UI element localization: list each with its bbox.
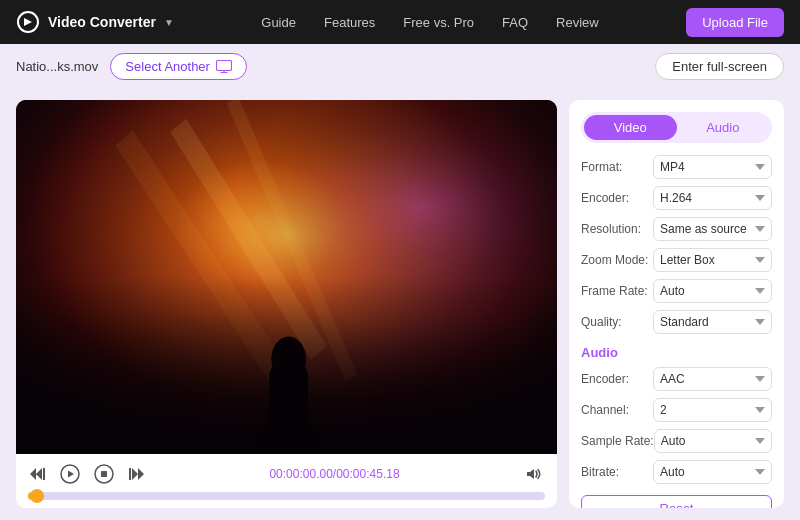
monitor-icon xyxy=(216,60,232,73)
svg-rect-13 xyxy=(101,471,107,477)
settings-panel: Video Audio Format: MP4MOVAVIMKV Encoder… xyxy=(569,100,784,508)
svg-point-10 xyxy=(271,336,306,382)
framerate-label: Frame Rate: xyxy=(581,284,653,298)
select-another-label: Select Another xyxy=(125,59,210,74)
resolution-label: Resolution: xyxy=(581,222,653,236)
encoder-label: Encoder: xyxy=(581,191,653,205)
setting-quality: Quality: StandardHighLow xyxy=(581,310,772,334)
play-button[interactable] xyxy=(58,462,82,486)
select-another-button[interactable]: Select Another xyxy=(110,53,247,80)
setting-zoom: Zoom Mode: Letter BoxCropStretch xyxy=(581,248,772,272)
logo-text: Video Converter xyxy=(48,14,156,30)
progress-handle[interactable] xyxy=(30,489,44,503)
progress-bar[interactable] xyxy=(28,492,545,500)
play-icon xyxy=(60,464,80,484)
video-controls: 00:00:00.00/00:00:45.18 xyxy=(16,454,557,508)
header: Video Converter ▼ Guide Features Free vs… xyxy=(0,0,800,44)
samplerate-label: Sample Rate: xyxy=(581,434,654,448)
settings-tabs: Video Audio xyxy=(581,112,772,143)
encoder-select[interactable]: H.264H.265VP9 xyxy=(653,186,772,210)
subheader: Natio...ks.mov Select Another Enter full… xyxy=(0,44,800,88)
logo-dropdown-arrow: ▼ xyxy=(164,17,174,28)
setting-samplerate: Sample Rate: Auto4410048000 xyxy=(581,429,772,453)
video-panel: 00:00:00.00/00:00:45.18 xyxy=(16,100,557,508)
upload-file-button[interactable]: Upload File xyxy=(686,8,784,37)
quality-label: Quality: xyxy=(581,315,653,329)
audio-section-title: Audio xyxy=(581,345,772,360)
nav: Guide Features Free vs. Pro FAQ Review xyxy=(206,15,654,30)
video-rays xyxy=(16,100,557,454)
resolution-select[interactable]: Same as source1080p720p480p xyxy=(653,217,772,241)
nav-faq[interactable]: FAQ xyxy=(502,15,528,30)
logo-icon xyxy=(16,10,40,34)
video-settings: Format: MP4MOVAVIMKV Encoder: H.264H.265… xyxy=(581,155,772,341)
audio-encoder-select[interactable]: AACMP3FLAC xyxy=(653,367,772,391)
reset-button[interactable]: Reset xyxy=(581,495,772,508)
setting-resolution: Resolution: Same as source1080p720p480p xyxy=(581,217,772,241)
forward-icon xyxy=(128,467,144,481)
stop-icon xyxy=(94,464,114,484)
setting-channel: Channel: 216 xyxy=(581,398,772,422)
controls-row: 00:00:00.00/00:00:45.18 xyxy=(28,462,545,486)
setting-encoder: Encoder: H.264H.265VP9 xyxy=(581,186,772,210)
main-content: 00:00:00.00/00:00:45.18 Video Audio xyxy=(0,88,800,520)
file-name: Natio...ks.mov xyxy=(16,59,98,74)
nav-guide[interactable]: Guide xyxy=(261,15,296,30)
format-label: Format: xyxy=(581,160,653,174)
channel-select[interactable]: 216 xyxy=(653,398,772,422)
setting-bitrate: Bitrate: Auto128k256k320k xyxy=(581,460,772,484)
framerate-select[interactable]: Auto243060 xyxy=(653,279,772,303)
nav-review[interactable]: Review xyxy=(556,15,599,30)
audio-encoder-label: Encoder: xyxy=(581,372,653,386)
video-preview xyxy=(16,100,557,454)
rewind-icon xyxy=(30,467,46,481)
zoom-select[interactable]: Letter BoxCropStretch xyxy=(653,248,772,272)
bitrate-select[interactable]: Auto128k256k320k xyxy=(653,460,772,484)
volume-button[interactable] xyxy=(523,465,545,483)
nav-free-pro[interactable]: Free vs. Pro xyxy=(403,15,474,30)
current-time: 00:00:00.00 xyxy=(269,467,332,481)
total-time: 00:00:45.18 xyxy=(336,467,399,481)
audio-settings: Encoder: AACMP3FLAC Channel: 216 Sample … xyxy=(581,367,772,491)
tab-audio[interactable]: Audio xyxy=(677,115,770,140)
fullscreen-button[interactable]: Enter full-screen xyxy=(655,53,784,80)
nav-features[interactable]: Features xyxy=(324,15,375,30)
setting-framerate: Frame Rate: Auto243060 xyxy=(581,279,772,303)
stop-button[interactable] xyxy=(92,462,116,486)
forward-button[interactable] xyxy=(126,465,146,483)
tab-video[interactable]: Video xyxy=(584,115,677,140)
svg-rect-1 xyxy=(216,60,231,70)
setting-audio-encoder: Encoder: AACMP3FLAC xyxy=(581,367,772,391)
zoom-label: Zoom Mode: xyxy=(581,253,653,267)
time-display: 00:00:00.00/00:00:45.18 xyxy=(156,467,513,481)
logo[interactable]: Video Converter ▼ xyxy=(16,10,174,34)
quality-select[interactable]: StandardHighLow xyxy=(653,310,772,334)
volume-icon xyxy=(525,467,543,481)
video-background xyxy=(16,100,557,454)
format-select[interactable]: MP4MOVAVIMKV xyxy=(653,155,772,179)
channel-label: Channel: xyxy=(581,403,653,417)
bitrate-label: Bitrate: xyxy=(581,465,653,479)
setting-format: Format: MP4MOVAVIMKV xyxy=(581,155,772,179)
samplerate-select[interactable]: Auto4410048000 xyxy=(654,429,772,453)
rewind-button[interactable] xyxy=(28,465,48,483)
